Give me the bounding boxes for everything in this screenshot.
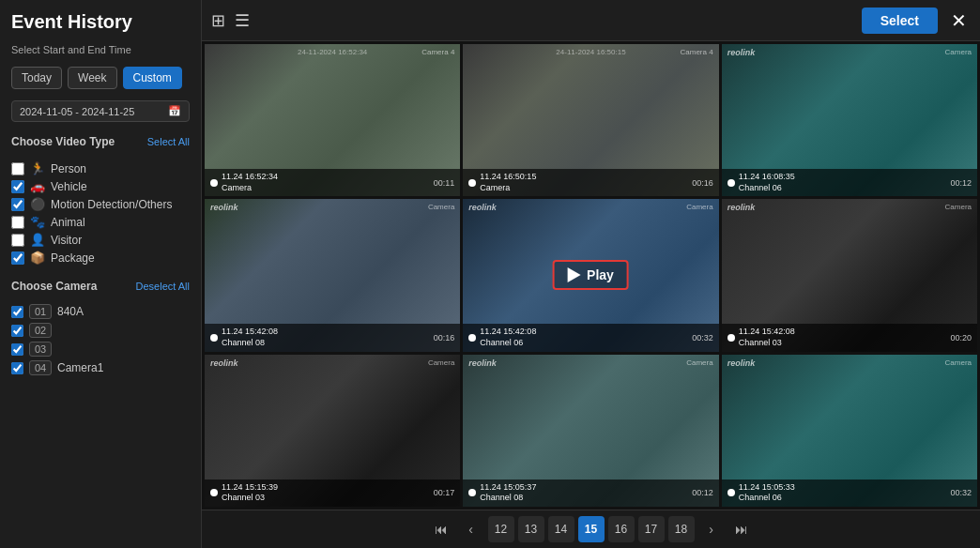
- video-type-title: Choose Video Type: [11, 135, 115, 148]
- video-cell[interactable]: 24-11-2024 16:52:34Camera 411.24 16:52:3…: [205, 44, 460, 196]
- page-number-button[interactable]: 13: [518, 516, 544, 542]
- page-number-button[interactable]: 16: [608, 516, 635, 542]
- status-dot: [468, 179, 476, 187]
- video-type-item: 🐾Animal: [11, 213, 190, 231]
- camera-number: 01: [29, 304, 52, 319]
- video-time: 11.24 16:50:15Camera: [480, 172, 536, 193]
- camera-item: 04Camera1: [11, 360, 190, 375]
- video-cell[interactable]: reolinkCamera11.24 15:05:37Channel 0800:…: [463, 355, 718, 507]
- video-thumbnail: 24-11-2024 16:52:34Camera 411.24 16:52:3…: [205, 44, 460, 196]
- date-range-display[interactable]: 2024-11-05 - 2024-11-25 📅: [11, 100, 190, 122]
- video-duration: 00:32: [950, 488, 972, 497]
- video-duration: 00:11: [434, 178, 455, 188]
- video-type-checkbox[interactable]: [11, 216, 24, 229]
- prev-page-button[interactable]: ‹: [458, 516, 484, 542]
- video-type-icon: 🚗: [30, 179, 45, 193]
- calendar-icon[interactable]: 📅: [168, 105, 181, 117]
- video-time: 11.24 15:05:33Channel 06: [739, 482, 795, 504]
- time-button-group: TodayWeekCustom: [11, 67, 190, 89]
- camera-label-overlay: Camera: [945, 48, 972, 56]
- video-type-checkbox[interactable]: [11, 234, 24, 247]
- camera-checkbox[interactable]: [11, 362, 23, 374]
- page-number-button[interactable]: 18: [668, 516, 695, 542]
- play-label: Play: [587, 267, 614, 282]
- sidebar: Event History Select Start and End Time …: [0, 0, 202, 548]
- timestamp-overlay: 24-11-2024 16:50:15: [556, 48, 625, 56]
- page-title: Event History: [11, 11, 190, 33]
- grid-icon[interactable]: ⊞: [211, 10, 225, 31]
- first-page-button[interactable]: ⏮: [428, 516, 454, 542]
- video-thumbnail: reolinkCamera11.24 15:05:33Channel 0600:…: [722, 355, 977, 507]
- video-type-label: Vehicle: [51, 180, 87, 193]
- video-type-label: Package: [51, 251, 95, 265]
- video-time: 11.24 15:42:08Channel 03: [739, 327, 795, 348]
- video-cell[interactable]: reolinkCamera11.24 15:05:33Channel 0600:…: [722, 355, 977, 507]
- video-cell[interactable]: reolinkCamera11.24 16:08:35Channel 0600:…: [722, 44, 977, 196]
- video-type-checkbox[interactable]: [11, 180, 24, 193]
- video-thumbnail: reolinkCamera11.24 15:05:37Channel 0800:…: [463, 355, 718, 507]
- last-page-button[interactable]: ⏭: [728, 516, 755, 542]
- select-all-link[interactable]: Select All: [147, 136, 190, 147]
- topbar: ⊞ ☰ Select ✕: [202, 0, 980, 41]
- camera-label-overlay: Camera: [686, 358, 712, 367]
- reolink-logo: reolink: [210, 358, 238, 368]
- video-thumbnail: 24-11-2024 16:50:15Camera 411.24 16:50:1…: [463, 44, 718, 196]
- menu-icon[interactable]: ☰: [235, 10, 250, 31]
- video-info-bar: 11.24 16:50:15Camera00:16: [463, 169, 718, 196]
- video-thumbnail: reolinkCameraPlay11.24 15:42:08Channel 0…: [463, 199, 718, 351]
- page-number-button[interactable]: 15: [578, 516, 605, 542]
- video-cell[interactable]: reolinkCameraPlay11.24 15:42:08Channel 0…: [463, 199, 718, 351]
- video-type-checkbox[interactable]: [11, 198, 24, 211]
- status-dot: [727, 334, 735, 342]
- camera-checkbox[interactable]: [11, 325, 23, 337]
- time-btn-today[interactable]: Today: [11, 67, 62, 89]
- reolink-logo: reolink: [727, 203, 756, 212]
- camera-checkbox[interactable]: [11, 343, 23, 356]
- video-type-item: 🚗Vehicle: [11, 177, 190, 195]
- video-cell[interactable]: reolinkCamera11.24 15:15:39Channel 0300:…: [205, 355, 460, 507]
- video-info-bar: 11.24 15:15:39Channel 0300:17: [205, 480, 460, 507]
- close-button[interactable]: ✕: [947, 9, 971, 32]
- reolink-logo: reolink: [210, 203, 238, 212]
- video-time: 11.24 15:42:08Channel 08: [222, 327, 278, 348]
- video-type-item: 📦Package: [11, 249, 190, 266]
- page-number-button[interactable]: 14: [548, 516, 574, 542]
- video-cell[interactable]: 24-11-2024 16:50:15Camera 411.24 16:50:1…: [463, 44, 718, 196]
- page-number-button[interactable]: 12: [488, 516, 514, 542]
- camera-number: 04: [29, 360, 52, 375]
- main-content: ⊞ ☰ Select ✕ 24-11-2024 16:52:34Camera 4…: [202, 0, 980, 548]
- video-info-bar: 11.24 15:42:08Channel 0600:32: [463, 324, 718, 351]
- video-cell[interactable]: reolinkCamera11.24 15:42:08Channel 0800:…: [205, 199, 460, 351]
- video-type-header: Choose Video Type Select All: [11, 135, 190, 148]
- camera-section-header: Choose Camera Deselect All: [11, 280, 190, 293]
- page-number-button[interactable]: 17: [638, 516, 665, 542]
- video-type-icon: 👤: [30, 233, 45, 247]
- video-type-checkbox[interactable]: [11, 251, 24, 265]
- video-info-bar: 11.24 15:42:08Channel 0800:16: [205, 324, 460, 351]
- video-duration: 00:16: [434, 333, 455, 342]
- time-btn-week[interactable]: Week: [68, 67, 116, 89]
- deselect-all-link[interactable]: Deselect All: [136, 281, 190, 292]
- reolink-logo: reolink: [727, 48, 756, 57]
- video-thumbnail: reolinkCamera11.24 16:08:35Channel 0600:…: [722, 44, 977, 196]
- video-info-bar: 11.24 16:52:34Camera00:11: [205, 169, 460, 196]
- camera-checkbox[interactable]: [11, 306, 23, 318]
- camera-name: Camera1: [57, 361, 103, 374]
- video-cell[interactable]: reolinkCamera11.24 15:42:08Channel 0300:…: [722, 199, 977, 351]
- video-duration: 00:20: [950, 333, 972, 342]
- video-type-icon: ⚫: [30, 197, 45, 211]
- next-page-button[interactable]: ›: [698, 516, 725, 542]
- play-button-overlay[interactable]: Play: [553, 260, 629, 290]
- video-type-icon: 🏃: [30, 161, 45, 175]
- pagination: ⏮ ‹ 12131415161718 › ⏭: [202, 510, 980, 548]
- camera-label-overlay: Camera: [428, 358, 454, 367]
- topbar-icons: ⊞ ☰: [211, 10, 250, 31]
- time-btn-custom[interactable]: Custom: [123, 67, 182, 89]
- select-button[interactable]: Select: [862, 8, 938, 34]
- camera-name: 840A: [57, 305, 84, 318]
- video-duration: 00:12: [692, 488, 713, 497]
- date-range-text: 2024-11-05 - 2024-11-25: [20, 106, 134, 117]
- video-time: 11.24 16:08:35Channel 06: [739, 172, 795, 193]
- video-info-bar: 11.24 16:08:35Channel 0600:12: [722, 169, 977, 196]
- video-type-checkbox[interactable]: [11, 162, 24, 175]
